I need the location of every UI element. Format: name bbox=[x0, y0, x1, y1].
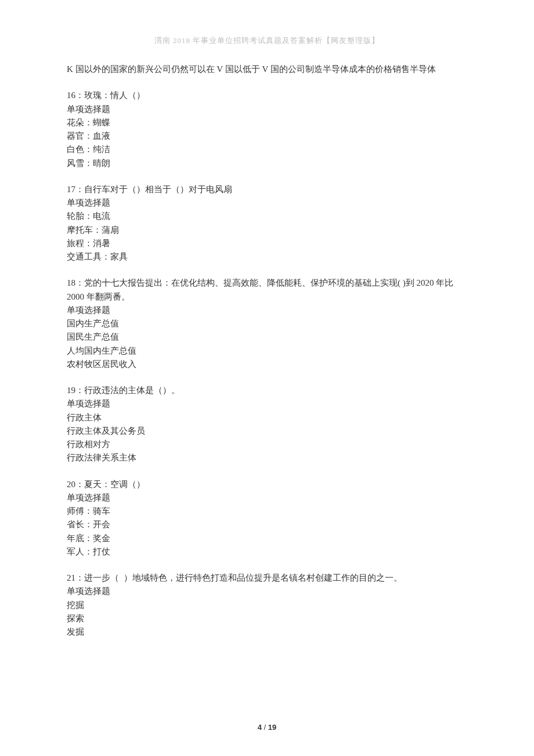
option: 行政主体 bbox=[67, 411, 467, 424]
page-sep: / bbox=[262, 723, 268, 732]
option: 发掘 bbox=[67, 625, 467, 639]
option: 行政相对方 bbox=[67, 438, 467, 451]
question-stem: 17：自行车对于（）相当于（）对于电风扇 bbox=[67, 183, 467, 196]
document-page: 渭南 2018 年事业单位招聘考试真题及答案解析【网友整理版】 K 国以外的国家… bbox=[0, 0, 534, 675]
question-19: 19：行政违法的主体是（）。 单项选择题 行政主体 行政主体及其公务员 行政相对… bbox=[67, 384, 467, 465]
option: 国民生产总值 bbox=[67, 330, 467, 344]
page-current: 4 bbox=[258, 723, 262, 732]
option: 交通工具：家具 bbox=[67, 250, 467, 264]
lead-in-line: K 国以外的国家的新兴公司仍然可以在 V 国以低于 V 国的公司制造半导体成本的… bbox=[67, 63, 467, 76]
option: 花朵：蝴蝶 bbox=[67, 116, 467, 129]
option: 年底：奖金 bbox=[67, 532, 467, 545]
option: 国内生产总值 bbox=[67, 317, 467, 330]
question-type: 单项选择题 bbox=[67, 585, 467, 598]
option: 器官：血液 bbox=[67, 129, 467, 143]
question-21: 21：进一步（ ）地域特色，进行特色打造和品位提升是名镇名村创建工作的目的之一。… bbox=[67, 571, 467, 639]
option: 白色：纯洁 bbox=[67, 143, 467, 156]
page-total: 19 bbox=[268, 723, 276, 732]
question-stem: 20：夏天：空调（） bbox=[67, 478, 467, 491]
question-type: 单项选择题 bbox=[67, 397, 467, 411]
question-type: 单项选择题 bbox=[67, 196, 467, 210]
question-stem: 19：行政违法的主体是（）。 bbox=[67, 384, 467, 397]
option: 风雪：晴朗 bbox=[67, 157, 467, 170]
option: 农村牧区居民收入 bbox=[67, 358, 467, 371]
lead-in-text: K 国以外的国家的新兴公司仍然可以在 V 国以低于 V 国的公司制造半导体成本的… bbox=[67, 63, 467, 76]
option: 军人：打仗 bbox=[67, 545, 467, 559]
question-20: 20：夏天：空调（） 单项选择题 师傅：骑车 省长：开会 年底：奖金 军人：打仗 bbox=[67, 478, 467, 559]
option: 挖掘 bbox=[67, 599, 467, 612]
option: 摩托车：蒲扇 bbox=[67, 224, 467, 237]
question-type: 单项选择题 bbox=[67, 103, 467, 116]
question-stem: 21：进一步（ ）地域特色，进行特色打造和品位提升是名镇名村创建工作的目的之一。 bbox=[67, 571, 467, 585]
question-16: 16：玫瑰：情人（） 单项选择题 花朵：蝴蝶 器官：血液 白色：纯洁 风雪：晴朗 bbox=[67, 89, 467, 170]
option: 行政主体及其公务员 bbox=[67, 424, 467, 438]
question-18: 18：党的十七大报告提出：在优化结构、提高效能、降低能耗、保护环境的基础上实现(… bbox=[67, 276, 467, 371]
option: 行政法律关系主体 bbox=[67, 451, 467, 465]
option: 师傅：骑车 bbox=[67, 505, 467, 518]
question-type: 单项选择题 bbox=[67, 304, 467, 317]
question-type: 单项选择题 bbox=[67, 491, 467, 505]
option: 轮胎：电流 bbox=[67, 210, 467, 223]
question-stem: 18：党的十七大报告提出：在优化结构、提高效能、降低能耗、保护环境的基础上实现(… bbox=[67, 276, 467, 304]
option: 探索 bbox=[67, 612, 467, 625]
page-footer: 4 / 19 bbox=[0, 723, 534, 732]
option: 人均国内生产总值 bbox=[67, 344, 467, 358]
page-header: 渭南 2018 年事业单位招聘考试真题及答案解析【网友整理版】 bbox=[67, 35, 467, 46]
question-stem: 16：玫瑰：情人（） bbox=[67, 89, 467, 102]
question-17: 17：自行车对于（）相当于（）对于电风扇 单项选择题 轮胎：电流 摩托车：蒲扇 … bbox=[67, 183, 467, 264]
option: 旅程：消暑 bbox=[67, 237, 467, 250]
option: 省长：开会 bbox=[67, 518, 467, 531]
